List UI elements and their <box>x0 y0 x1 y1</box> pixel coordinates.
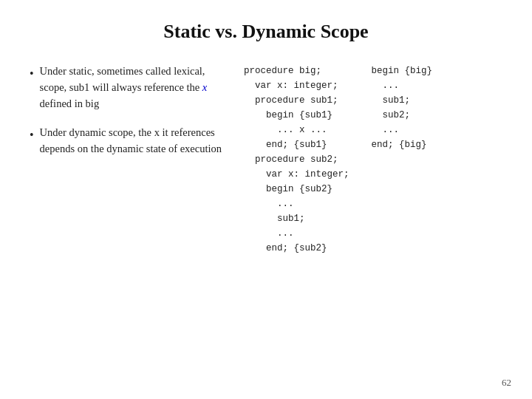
bullet-1-text: Under static, sometimes called lexical, … <box>40 64 229 112</box>
highlight-x: x <box>202 81 207 93</box>
list-item: • Under static, sometimes called lexical… <box>30 64 229 112</box>
left-column: • Under static, sometimes called lexical… <box>30 64 229 256</box>
page-number: 62 <box>502 377 511 389</box>
code-block-left: procedure big; var x: integer; procedure… <box>244 64 349 256</box>
bullet-dot: • <box>30 65 34 83</box>
bullet-dot-2: • <box>30 126 34 144</box>
code-area: procedure big; var x: integer; procedure… <box>244 64 502 256</box>
bullet-2-text: Under dynamic scope, the x it references… <box>40 125 229 157</box>
code-block-right: begin {big} ... sub1; sub2; ... end; {bi… <box>372 64 433 256</box>
slide-title: Static vs. Dynamic Scope <box>30 21 502 43</box>
content-area: • Under static, sometimes called lexical… <box>30 64 502 256</box>
list-item: • Under dynamic scope, the x it referenc… <box>30 125 229 157</box>
bullet-list: • Under static, sometimes called lexical… <box>30 64 229 157</box>
slide: Static vs. Dynamic Scope • Under static,… <box>0 0 532 399</box>
